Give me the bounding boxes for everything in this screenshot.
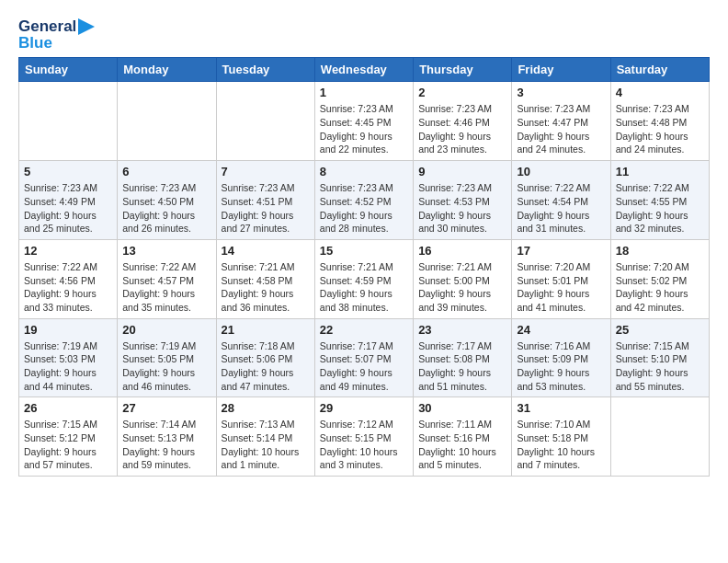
calendar-cell: 30Sunrise: 7:11 AM Sunset: 5:16 PM Dayli…	[414, 397, 512, 477]
calendar-cell: 21Sunrise: 7:18 AM Sunset: 5:06 PM Dayli…	[216, 318, 314, 397]
calendar-cell: 23Sunrise: 7:17 AM Sunset: 5:08 PM Dayli…	[414, 318, 512, 397]
calendar-cell: 24Sunrise: 7:16 AM Sunset: 5:09 PM Dayli…	[512, 318, 610, 397]
calendar-cell: 18Sunrise: 7:20 AM Sunset: 5:02 PM Dayli…	[610, 239, 709, 318]
day-info: Sunrise: 7:23 AM Sunset: 4:52 PM Dayligh…	[320, 181, 408, 236]
day-info: Sunrise: 7:16 AM Sunset: 5:09 PM Dayligh…	[517, 339, 605, 394]
day-info: Sunrise: 7:19 AM Sunset: 5:05 PM Dayligh…	[122, 339, 210, 394]
day-number: 6	[122, 165, 210, 178]
day-info: Sunrise: 7:23 AM Sunset: 4:48 PM Dayligh…	[616, 102, 704, 156]
day-info: Sunrise: 7:20 AM Sunset: 5:01 PM Dayligh…	[517, 260, 605, 315]
day-info: Sunrise: 7:23 AM Sunset: 4:49 PM Dayligh…	[24, 181, 112, 236]
logo-general: General	[18, 18, 76, 36]
day-number: 31	[517, 401, 605, 415]
calendar-cell: 11Sunrise: 7:22 AM Sunset: 4:55 PM Dayli…	[610, 161, 709, 240]
day-number: 1	[320, 86, 408, 99]
calendar-page: General Blue SundayMondayTuesdayWednesda…	[0, 0, 728, 486]
logo-arrow-icon	[78, 18, 95, 35]
calendar-cell: 9Sunrise: 7:23 AM Sunset: 4:53 PM Daylig…	[414, 161, 512, 240]
calendar-cell: 7Sunrise: 7:23 AM Sunset: 4:51 PM Daylig…	[216, 161, 314, 240]
day-info: Sunrise: 7:23 AM Sunset: 4:46 PM Dayligh…	[418, 102, 506, 156]
calendar-cell	[610, 397, 709, 477]
calendar-cell: 2Sunrise: 7:23 AM Sunset: 4:46 PM Daylig…	[414, 82, 512, 161]
day-info: Sunrise: 7:20 AM Sunset: 5:02 PM Dayligh…	[616, 260, 704, 315]
calendar-cell: 13Sunrise: 7:22 AM Sunset: 4:57 PM Dayli…	[118, 239, 216, 318]
day-info: Sunrise: 7:12 AM Sunset: 5:15 PM Dayligh…	[320, 418, 408, 472]
day-info: Sunrise: 7:14 AM Sunset: 5:13 PM Dayligh…	[122, 418, 210, 472]
calendar-cell: 17Sunrise: 7:20 AM Sunset: 5:01 PM Dayli…	[512, 239, 610, 318]
day-number: 26	[24, 401, 112, 415]
day-number: 10	[517, 165, 605, 178]
day-number: 13	[122, 244, 210, 258]
day-number: 8	[320, 165, 408, 178]
day-info: Sunrise: 7:23 AM Sunset: 4:50 PM Dayligh…	[122, 181, 210, 236]
day-number: 12	[24, 244, 112, 258]
day-info: Sunrise: 7:15 AM Sunset: 5:12 PM Dayligh…	[24, 418, 112, 472]
day-number: 17	[517, 244, 605, 258]
day-info: Sunrise: 7:18 AM Sunset: 5:06 PM Dayligh…	[222, 339, 310, 394]
day-number: 7	[222, 165, 310, 178]
logo: General Blue	[18, 18, 95, 52]
calendar-cell: 5Sunrise: 7:23 AM Sunset: 4:49 PM Daylig…	[19, 161, 118, 240]
calendar-cell: 12Sunrise: 7:22 AM Sunset: 4:56 PM Dayli…	[19, 239, 118, 318]
svg-marker-0	[78, 18, 95, 35]
day-number: 25	[616, 323, 704, 337]
day-number: 4	[616, 86, 704, 99]
day-number: 22	[320, 323, 408, 337]
calendar-cell: 26Sunrise: 7:15 AM Sunset: 5:12 PM Dayli…	[19, 397, 118, 477]
calendar-cell: 14Sunrise: 7:21 AM Sunset: 4:58 PM Dayli…	[216, 239, 314, 318]
calendar-cell: 10Sunrise: 7:22 AM Sunset: 4:54 PM Dayli…	[512, 161, 610, 240]
day-number: 3	[517, 86, 605, 99]
day-number: 15	[320, 244, 408, 258]
week-row-0: 1Sunrise: 7:23 AM Sunset: 4:45 PM Daylig…	[19, 82, 710, 161]
day-info: Sunrise: 7:22 AM Sunset: 4:57 PM Dayligh…	[122, 260, 210, 315]
weekday-header-row: SundayMondayTuesdayWednesdayThursdayFrid…	[19, 58, 710, 82]
weekday-header-wednesday: Wednesday	[314, 58, 413, 82]
calendar-cell: 20Sunrise: 7:19 AM Sunset: 5:05 PM Dayli…	[118, 318, 216, 397]
day-number: 21	[222, 323, 310, 337]
calendar-cell: 3Sunrise: 7:23 AM Sunset: 4:47 PM Daylig…	[512, 82, 610, 161]
day-info: Sunrise: 7:13 AM Sunset: 5:14 PM Dayligh…	[222, 418, 310, 472]
day-number: 19	[24, 323, 112, 337]
calendar-cell: 27Sunrise: 7:14 AM Sunset: 5:13 PM Dayli…	[118, 397, 216, 477]
day-info: Sunrise: 7:17 AM Sunset: 5:08 PM Dayligh…	[418, 339, 506, 394]
day-info: Sunrise: 7:21 AM Sunset: 4:59 PM Dayligh…	[320, 260, 408, 315]
day-number: 27	[122, 401, 210, 415]
day-info: Sunrise: 7:10 AM Sunset: 5:18 PM Dayligh…	[517, 418, 605, 472]
day-number: 5	[24, 165, 112, 178]
day-info: Sunrise: 7:23 AM Sunset: 4:45 PM Dayligh…	[320, 102, 408, 156]
day-number: 18	[616, 244, 704, 258]
day-info: Sunrise: 7:22 AM Sunset: 4:54 PM Dayligh…	[517, 181, 605, 236]
logo-container: General Blue	[18, 18, 95, 52]
day-number: 30	[418, 401, 506, 415]
calendar-cell: 25Sunrise: 7:15 AM Sunset: 5:10 PM Dayli…	[610, 318, 709, 397]
weekday-header-tuesday: Tuesday	[216, 58, 314, 82]
day-number: 20	[122, 323, 210, 337]
calendar-cell: 16Sunrise: 7:21 AM Sunset: 5:00 PM Dayli…	[414, 239, 512, 318]
weekday-header-thursday: Thursday	[414, 58, 512, 82]
calendar-cell: 31Sunrise: 7:10 AM Sunset: 5:18 PM Dayli…	[512, 397, 610, 477]
day-info: Sunrise: 7:11 AM Sunset: 5:16 PM Dayligh…	[418, 418, 506, 472]
day-info: Sunrise: 7:22 AM Sunset: 4:55 PM Dayligh…	[616, 181, 704, 236]
day-info: Sunrise: 7:23 AM Sunset: 4:53 PM Dayligh…	[418, 181, 506, 236]
day-info: Sunrise: 7:17 AM Sunset: 5:07 PM Dayligh…	[320, 339, 408, 394]
calendar-cell	[19, 82, 118, 161]
weekday-header-monday: Monday	[118, 58, 216, 82]
day-number: 24	[517, 323, 605, 337]
day-info: Sunrise: 7:23 AM Sunset: 4:47 PM Dayligh…	[517, 102, 605, 156]
calendar-cell: 1Sunrise: 7:23 AM Sunset: 4:45 PM Daylig…	[314, 82, 413, 161]
week-row-1: 5Sunrise: 7:23 AM Sunset: 4:49 PM Daylig…	[19, 161, 710, 240]
calendar-cell: 4Sunrise: 7:23 AM Sunset: 4:48 PM Daylig…	[610, 82, 709, 161]
calendar-cell: 29Sunrise: 7:12 AM Sunset: 5:15 PM Dayli…	[314, 397, 413, 477]
calendar-cell: 6Sunrise: 7:23 AM Sunset: 4:50 PM Daylig…	[118, 161, 216, 240]
day-number: 9	[418, 165, 506, 178]
calendar-cell: 22Sunrise: 7:17 AM Sunset: 5:07 PM Dayli…	[314, 318, 413, 397]
day-number: 14	[222, 244, 310, 258]
week-row-3: 19Sunrise: 7:19 AM Sunset: 5:03 PM Dayli…	[19, 318, 710, 397]
week-row-2: 12Sunrise: 7:22 AM Sunset: 4:56 PM Dayli…	[19, 239, 710, 318]
day-number: 29	[320, 401, 408, 415]
calendar-cell: 19Sunrise: 7:19 AM Sunset: 5:03 PM Dayli…	[19, 318, 118, 397]
day-number: 28	[222, 401, 310, 415]
calendar-cell: 28Sunrise: 7:13 AM Sunset: 5:14 PM Dayli…	[216, 397, 314, 477]
day-number: 16	[418, 244, 506, 258]
weekday-header-friday: Friday	[512, 58, 610, 82]
